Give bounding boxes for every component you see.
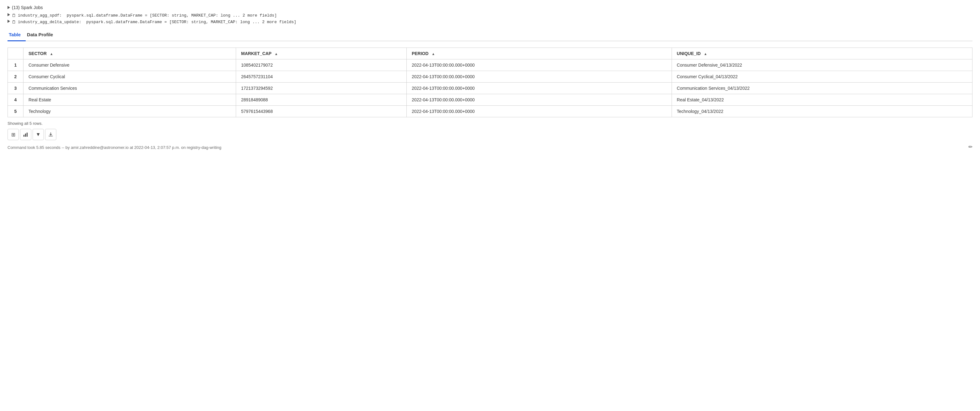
cell-market-cap: 1085402179072	[236, 59, 406, 71]
col-header-sector[interactable]: SECTOR ▲	[24, 48, 236, 59]
cell-unique-id: Communication Services_04/13/2022	[671, 83, 972, 94]
col-header-index	[8, 48, 24, 59]
command-line: Command took 5.85 seconds -- by amir.zah…	[8, 145, 972, 150]
cell-sector: Communication Services	[24, 83, 236, 94]
cell-market-cap: 5797615443968	[236, 106, 406, 117]
df-toggle-icon-1[interactable]	[8, 13, 10, 16]
col-header-unique-id[interactable]: UNIQUE_ID ▲	[671, 48, 972, 59]
cell-index: 5	[8, 106, 24, 117]
tab-data-profile[interactable]: Data Profile	[25, 29, 58, 41]
df-toggle-icon-2[interactable]	[8, 20, 10, 23]
chart-icon	[23, 132, 28, 137]
download-button[interactable]	[45, 129, 56, 140]
sort-icon-unique-id: ▲	[704, 52, 707, 56]
cell-index: 4	[8, 94, 24, 106]
cell-period: 2022-04-13T00:00:00.000+0000	[406, 94, 671, 106]
edit-icon[interactable]: ✏	[969, 144, 972, 150]
df-table-icon-2: 🗒	[12, 20, 16, 24]
cell-period: 2022-04-13T00:00:00.000+0000	[406, 71, 671, 83]
df-description-2: industry_agg_delta_update: pyspark.sql.d…	[18, 20, 296, 24]
col-header-period[interactable]: PERIOD ▲	[406, 48, 671, 59]
df-description-1: industry_agg_spdf: pyspark.sql.dataframe…	[18, 13, 277, 18]
cell-period: 2022-04-13T00:00:00.000+0000	[406, 83, 671, 94]
cell-index: 2	[8, 71, 24, 83]
spark-jobs-row[interactable]: (13) Spark Jobs	[8, 5, 972, 10]
cell-unique-id: Consumer Cyclical_04/13/2022	[671, 71, 972, 83]
table-header-row: SECTOR ▲ MARKET_CAP ▲ PERIOD ▲ UNIQUE_ID…	[8, 48, 972, 59]
svg-rect-0	[24, 135, 24, 137]
cell-market-cap: 28918489088	[236, 94, 406, 106]
sort-icon-market-cap: ▲	[275, 52, 278, 56]
tabs-row: Table Data Profile	[8, 29, 972, 41]
cell-market-cap: 2645757231104	[236, 71, 406, 83]
table-container: SECTOR ▲ MARKET_CAP ▲ PERIOD ▲ UNIQUE_ID…	[8, 48, 972, 117]
cell-sector: Consumer Cyclical	[24, 71, 236, 83]
spark-jobs-toggle-icon[interactable]	[8, 6, 10, 9]
tab-table[interactable]: Table	[8, 29, 25, 41]
cell-index: 3	[8, 83, 24, 94]
table-row: 3Communication Services17213732945922022…	[8, 83, 972, 94]
cell-unique-id: Consumer Defensive_04/13/2022	[671, 59, 972, 71]
cell-unique-id: Technology_04/13/2022	[671, 106, 972, 117]
cell-index: 1	[8, 59, 24, 71]
cell-sector: Real Estate	[24, 94, 236, 106]
cell-sector: Consumer Defensive	[24, 59, 236, 71]
spark-jobs-label: (13) Spark Jobs	[12, 5, 43, 10]
sort-icon-period: ▲	[432, 52, 435, 56]
view-chart-button[interactable]	[20, 129, 31, 140]
cell-period: 2022-04-13T00:00:00.000+0000	[406, 59, 671, 71]
table-row: 2Consumer Cyclical26457572311042022-04-1…	[8, 71, 972, 83]
cell-sector: Technology	[24, 106, 236, 117]
dataframe-row-2: 🗒 industry_agg_delta_update: pyspark.sql…	[8, 20, 972, 24]
cell-unique-id: Real Estate_04/13/2022	[671, 94, 972, 106]
df-table-icon-1: 🗒	[12, 13, 16, 18]
dataframe-row-1: 🗒 industry_agg_spdf: pyspark.sql.datafra…	[8, 13, 972, 18]
chart-dropdown-button[interactable]: ▼	[33, 129, 44, 140]
view-table-button[interactable]: ⊞	[8, 129, 19, 140]
data-table: SECTOR ▲ MARKET_CAP ▲ PERIOD ▲ UNIQUE_ID…	[8, 48, 972, 117]
toolbar: ⊞ ▼	[8, 129, 972, 140]
col-header-market-cap[interactable]: MARKET_CAP ▲	[236, 48, 406, 59]
sort-icon-sector: ▲	[50, 52, 53, 56]
svg-rect-1	[25, 133, 26, 137]
row-count-label: Showing all 5 rows.	[8, 121, 972, 126]
svg-rect-2	[27, 133, 27, 137]
cell-market-cap: 1721373294592	[236, 83, 406, 94]
table-row: 5Technology57976154439682022-04-13T00:00…	[8, 106, 972, 117]
table-row: 4Real Estate289184890882022-04-13T00:00:…	[8, 94, 972, 106]
table-row: 1Consumer Defensive10854021790722022-04-…	[8, 59, 972, 71]
download-icon	[48, 132, 53, 137]
cell-period: 2022-04-13T00:00:00.000+0000	[406, 106, 671, 117]
